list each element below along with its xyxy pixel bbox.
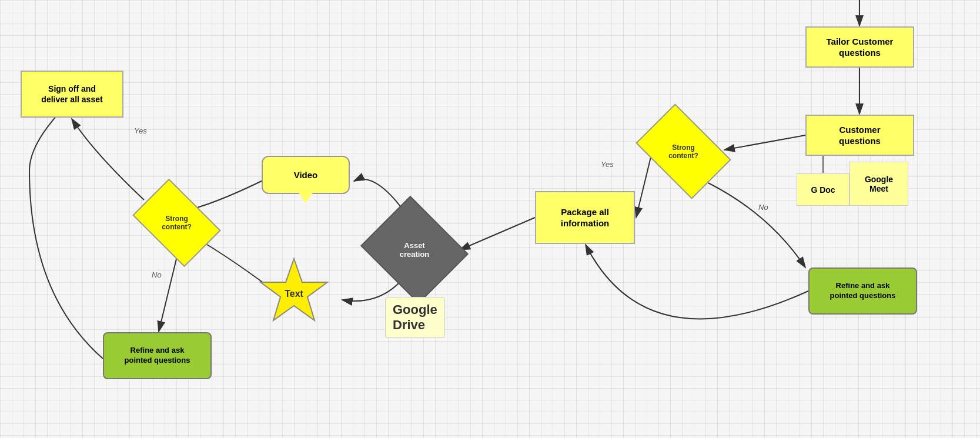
refine-left-node: Refine and ask pointed questions: [103, 332, 212, 379]
sign-off-node: Sign off and deliver all asset: [21, 71, 123, 118]
video-node: Video: [262, 156, 350, 194]
text-star-node: Text: [256, 256, 332, 332]
gmeet-node: Google Meet: [849, 162, 908, 206]
no-right-label: No: [758, 203, 768, 212]
gdoc-node: G Doc: [797, 173, 849, 206]
package-info-node: Package all information: [535, 191, 635, 244]
refine-right-node: Refine and ask pointed questions: [808, 268, 917, 315]
yes-right-label: Yes: [601, 160, 614, 169]
google-drive-node: Google Drive: [385, 297, 445, 338]
strong-content-right-diamond: Strongcontent?: [644, 123, 723, 179]
customer-questions-node: Customer questions: [805, 115, 914, 156]
yes-left-label: Yes: [134, 126, 147, 135]
no-left-label: No: [152, 270, 162, 279]
strong-content-left-diamond: Strongcontent?: [140, 197, 213, 249]
asset-creation-diamond: Assetcreation: [373, 215, 456, 285]
tailor-questions-node: Tailor Customer questions: [805, 26, 914, 68]
